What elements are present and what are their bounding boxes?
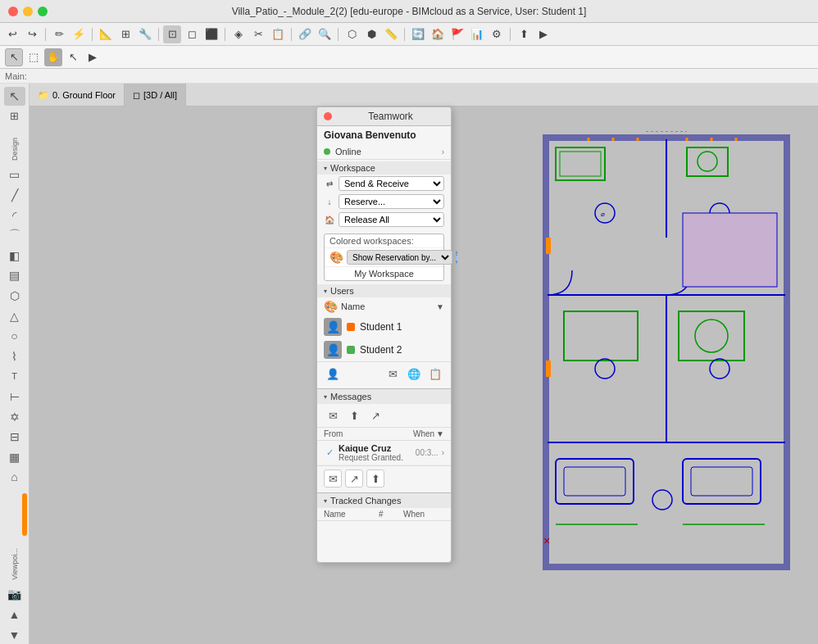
- arrow-right-button[interactable]: ▶: [84, 48, 102, 66]
- svg-point-12: [695, 320, 728, 352]
- compose-btn-3[interactable]: ⬆: [366, 469, 384, 488]
- online-status-row[interactable]: Online ›: [317, 144, 451, 160]
- settings-button[interactable]: ⚙: [488, 25, 506, 43]
- name-dropdown-row[interactable]: 🎨 Name ▼: [317, 297, 451, 315]
- clipboard-user-button[interactable]: 📋: [426, 365, 444, 383]
- chart-button[interactable]: 📊: [468, 25, 486, 43]
- flag-button[interactable]: 🚩: [448, 25, 466, 43]
- my-workspace-row[interactable]: My Workspace: [325, 266, 443, 280]
- minimize-button[interactable]: [23, 7, 33, 16]
- magic-select-button[interactable]: ↖: [64, 48, 82, 66]
- link-button[interactable]: 🔗: [296, 25, 314, 43]
- when-column-header[interactable]: When ▼: [413, 429, 444, 438]
- maximize-button[interactable]: [38, 7, 48, 16]
- panel-close-button[interactable]: [324, 112, 332, 120]
- view3d-button[interactable]: ◈: [229, 25, 248, 43]
- view-up-button[interactable]: ▲: [4, 605, 25, 624]
- window-controls[interactable]: [8, 7, 48, 16]
- compose-btn-2[interactable]: ↗: [345, 469, 363, 488]
- snap-button[interactable]: 📐: [97, 25, 115, 43]
- undo-button[interactable]: ↩: [3, 25, 21, 43]
- send-message-button[interactable]: ⬆: [345, 406, 363, 424]
- hatch-tool-button[interactable]: ▤: [4, 266, 25, 285]
- fill-button[interactable]: ⬛: [202, 25, 220, 43]
- send-receive-dropdown[interactable]: Send & Receive: [339, 176, 444, 191]
- select-tool-button[interactable]: ↖: [5, 48, 23, 66]
- forward-message-button[interactable]: ↗: [366, 406, 384, 424]
- hand-tool-button[interactable]: ✋: [44, 48, 62, 66]
- svg-point-29: [652, 490, 672, 510]
- search-button[interactable]: 🔍: [316, 25, 334, 43]
- line-tool-button[interactable]: ╱: [4, 186, 25, 205]
- text-tool-button[interactable]: T: [4, 367, 25, 386]
- fill-tool-button[interactable]: ◧: [4, 247, 25, 265]
- grid-view-button[interactable]: ⊞: [4, 107, 25, 126]
- upload-button[interactable]: ⬆: [515, 25, 533, 43]
- curve-button[interactable]: ⬡: [343, 25, 361, 43]
- show-reservation-dropdown[interactable]: Show Reservation by...: [347, 250, 452, 265]
- tracked-changes-collapse-icon[interactable]: ▾: [324, 497, 327, 505]
- reserve-row[interactable]: ↓ Reserve...: [317, 193, 451, 211]
- release-dropdown[interactable]: Release All: [339, 212, 444, 227]
- message-user-button[interactable]: ✉: [384, 365, 402, 383]
- reserve-icon: ↓: [324, 196, 335, 207]
- grid-button[interactable]: ⊞: [116, 25, 134, 43]
- triangle-tool-button[interactable]: △: [4, 306, 25, 325]
- cursor-tool-button[interactable]: ↖: [4, 87, 25, 106]
- users-collapse-icon[interactable]: ▾: [324, 288, 327, 295]
- main-label-text: Main:: [5, 71, 27, 81]
- workspace-collapse-icon[interactable]: ▾: [324, 165, 327, 172]
- svg-rect-15: [683, 459, 761, 504]
- multicolor-icon: 🎨: [329, 251, 343, 264]
- roof-tool-button[interactable]: ⌂: [4, 468, 25, 487]
- home-button[interactable]: 🏠: [429, 25, 447, 43]
- 3d-all-tab[interactable]: ◻ [3D / All]: [125, 84, 186, 107]
- svg-rect-31: [683, 213, 777, 287]
- select-button[interactable]: ⊡: [163, 25, 181, 43]
- message-row-0[interactable]: ✓ Kaique Cruz Request Granted. 00:3... ›: [317, 441, 451, 465]
- rectangle-button[interactable]: ◻: [183, 25, 201, 43]
- rotate-button[interactable]: 🔄: [409, 25, 427, 43]
- pipe-tool-button[interactable]: ⊟: [4, 428, 25, 447]
- redo-button[interactable]: ↪: [23, 25, 41, 43]
- svg-rect-13: [556, 459, 634, 504]
- dimension-tool-button[interactable]: ⊢: [4, 388, 25, 406]
- ground-floor-tab[interactable]: 📁 0. Ground Floor: [30, 84, 125, 107]
- wall-tool-button[interactable]: ▭: [4, 166, 25, 184]
- close-button[interactable]: [8, 7, 18, 16]
- message-expand-icon[interactable]: ›: [442, 448, 444, 457]
- online-chevron-icon: ›: [442, 147, 444, 156]
- messages-collapse-icon[interactable]: ▾: [324, 393, 327, 401]
- user-row-student1[interactable]: 👤 Student 1: [317, 315, 451, 338]
- paste-button[interactable]: 📋: [269, 25, 287, 43]
- online-status-label: Online: [335, 147, 442, 156]
- send-receive-row[interactable]: ⇄ Send & Receive: [317, 175, 451, 193]
- add-user-button[interactable]: 👤: [324, 365, 342, 383]
- magic-wand-button[interactable]: ⚡: [70, 25, 88, 43]
- lamp-tool-button[interactable]: ✡: [4, 407, 25, 426]
- globe-user-button[interactable]: 🌐: [405, 365, 423, 383]
- view-down-button[interactable]: ▼: [4, 625, 25, 644]
- user-row-student2[interactable]: 👤 Student 2: [317, 338, 451, 361]
- circle-tool-button[interactable]: ○: [4, 327, 25, 346]
- pen-tool-button[interactable]: ✏: [50, 25, 68, 43]
- measure-button[interactable]: 📏: [382, 25, 400, 43]
- reserve-dropdown[interactable]: Reserve...: [339, 194, 444, 209]
- from-column-header: From: [324, 429, 413, 438]
- polygon-tool-button[interactable]: ⬡: [4, 287, 25, 306]
- messages-table-header: From When ▼: [317, 428, 451, 441]
- compose-message-button[interactable]: ✉: [324, 406, 342, 424]
- tools-button[interactable]: 🔧: [136, 25, 154, 43]
- compose-btn-1[interactable]: ✉: [324, 469, 342, 488]
- marquee-button[interactable]: ⬚: [25, 48, 43, 66]
- svg-text:⌀: ⌀: [601, 211, 605, 218]
- stair-tool-button[interactable]: ▦: [4, 447, 25, 466]
- more-button[interactable]: ▶: [534, 25, 552, 43]
- surface-button[interactable]: ⬢: [362, 25, 380, 43]
- camera-tool-button[interactable]: 📷: [4, 585, 25, 604]
- scissors-button[interactable]: ✂: [249, 25, 267, 43]
- polyline-tool-button[interactable]: ⌒: [4, 226, 25, 245]
- release-all-row[interactable]: 🏠 Release All: [317, 211, 451, 229]
- arc-tool-button[interactable]: ◜: [4, 206, 25, 224]
- spline-tool-button[interactable]: ⌇: [4, 347, 25, 366]
